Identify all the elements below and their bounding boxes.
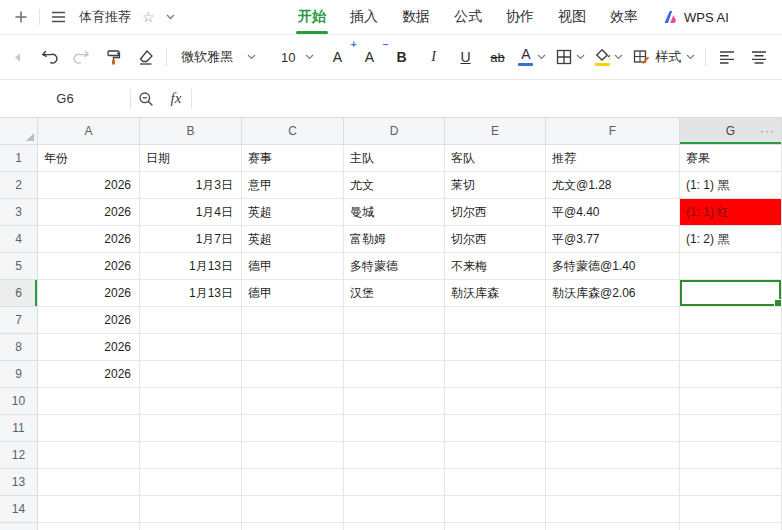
cell-f10[interactable]	[546, 388, 680, 415]
cell-e1[interactable]: 客队	[445, 145, 546, 172]
cell-c6[interactable]: 德甲	[242, 280, 344, 307]
eraser-icon[interactable]	[134, 43, 156, 71]
cell-d14[interactable]	[344, 496, 445, 523]
cell-g15[interactable]	[680, 523, 782, 530]
more-columns-icon[interactable]: ···	[760, 124, 775, 138]
cell-c2[interactable]: 意甲	[242, 172, 344, 199]
column-header-e[interactable]: E	[445, 118, 546, 145]
formula-input[interactable]	[192, 80, 782, 117]
font-size-select[interactable]: 10	[279, 50, 316, 65]
cell-b1[interactable]: 日期	[140, 145, 242, 172]
title-chevron-down-icon[interactable]	[166, 14, 175, 20]
cell-a8[interactable]: 2026	[38, 334, 140, 361]
column-header-g[interactable]: G···	[680, 118, 782, 145]
cell-a14[interactable]	[38, 496, 140, 523]
row-header-12[interactable]: 12	[0, 442, 38, 469]
name-box[interactable]: G6	[0, 91, 130, 106]
row-header-2[interactable]: 2	[0, 172, 38, 199]
align-center-button[interactable]	[748, 43, 770, 71]
cell-d11[interactable]	[344, 415, 445, 442]
cell-e4[interactable]: 切尔西	[445, 226, 546, 253]
cell-e13[interactable]	[445, 469, 546, 496]
cell-a11[interactable]	[38, 415, 140, 442]
cell-e5[interactable]: 不来梅	[445, 253, 546, 280]
cell-d5[interactable]: 多特蒙德	[344, 253, 445, 280]
undo-icon[interactable]	[38, 43, 60, 71]
star-favorite-icon[interactable]: ☆	[142, 10, 155, 24]
column-header-c[interactable]: C	[242, 118, 344, 145]
cell-f3[interactable]: 平@4.40	[546, 199, 680, 226]
cell-e11[interactable]	[445, 415, 546, 442]
cell-d12[interactable]	[344, 442, 445, 469]
cell-a10[interactable]	[38, 388, 140, 415]
cell-c5[interactable]: 德甲	[242, 253, 344, 280]
cell-c10[interactable]	[242, 388, 344, 415]
cell-g14[interactable]	[680, 496, 782, 523]
hamburger-menu-icon[interactable]	[51, 11, 66, 23]
cell-c7[interactable]	[242, 307, 344, 334]
cell-b12[interactable]	[140, 442, 242, 469]
select-all-corner[interactable]	[0, 118, 38, 145]
cell-a7[interactable]: 2026	[38, 307, 140, 334]
font-color-button[interactable]: A	[518, 43, 546, 71]
cell-c8[interactable]	[242, 334, 344, 361]
decrease-font-size-button[interactable]: A −	[358, 43, 380, 71]
cell-b6[interactable]: 1月13日	[140, 280, 242, 307]
cell-a3[interactable]: 2026	[38, 199, 140, 226]
cell-d13[interactable]	[344, 469, 445, 496]
cell-a5[interactable]: 2026	[38, 253, 140, 280]
underline-button[interactable]: U	[454, 43, 476, 71]
redo-icon[interactable]	[70, 43, 92, 71]
cell-f5[interactable]: 多特蒙德@1.40	[546, 253, 680, 280]
row-header-3[interactable]: 3	[0, 199, 38, 226]
cell-g3[interactable]: (1: 1) 红	[680, 199, 782, 226]
cell-b5[interactable]: 1月13日	[140, 253, 242, 280]
cell-f2[interactable]: 尤文@1.28	[546, 172, 680, 199]
cell-f8[interactable]	[546, 334, 680, 361]
cell-d9[interactable]	[344, 361, 445, 388]
tab-home[interactable]: 开始	[296, 0, 328, 34]
tab-view[interactable]: 视图	[556, 0, 588, 34]
row-header-14[interactable]: 14	[0, 496, 38, 523]
column-header-d[interactable]: D	[344, 118, 445, 145]
tab-formulas[interactable]: 公式	[452, 0, 484, 34]
cell-d3[interactable]: 曼城	[344, 199, 445, 226]
cell-c14[interactable]	[242, 496, 344, 523]
cell-g5[interactable]	[680, 253, 782, 280]
cell-c15[interactable]	[242, 523, 344, 530]
cell-d7[interactable]	[344, 307, 445, 334]
cell-b8[interactable]	[140, 334, 242, 361]
cell-f13[interactable]	[546, 469, 680, 496]
row-header-13[interactable]: 13	[0, 469, 38, 496]
cell-a6[interactable]: 2026	[38, 280, 140, 307]
borders-button[interactable]	[556, 43, 585, 71]
cell-d6[interactable]: 汉堡	[344, 280, 445, 307]
row-header-7[interactable]: 7	[0, 307, 38, 334]
collapse-toolbar-icon[interactable]	[6, 43, 28, 71]
cell-a1[interactable]: 年份	[38, 145, 140, 172]
cell-b9[interactable]	[140, 361, 242, 388]
cell-f11[interactable]	[546, 415, 680, 442]
insert-function-icon[interactable]: fx	[161, 86, 191, 112]
tab-insert[interactable]: 插入	[348, 0, 380, 34]
cell-c9[interactable]	[242, 361, 344, 388]
tab-wps-ai[interactable]: WPS AI	[660, 0, 731, 34]
format-painter-icon[interactable]	[102, 43, 124, 71]
cell-f1[interactable]: 推荐	[546, 145, 680, 172]
cell-style-button[interactable]: 样式	[633, 48, 695, 66]
cell-c11[interactable]	[242, 415, 344, 442]
align-left-button[interactable]	[716, 43, 738, 71]
cell-a4[interactable]: 2026	[38, 226, 140, 253]
cell-b11[interactable]	[140, 415, 242, 442]
cell-d1[interactable]: 主队	[344, 145, 445, 172]
cell-f15[interactable]	[546, 523, 680, 530]
cell-f12[interactable]	[546, 442, 680, 469]
cell-d4[interactable]: 富勒姆	[344, 226, 445, 253]
increase-font-size-button[interactable]: A +	[326, 43, 348, 71]
fill-color-button[interactable]	[595, 43, 623, 71]
new-tab-plus-icon[interactable]	[14, 10, 28, 24]
cell-g7[interactable]	[680, 307, 782, 334]
italic-button[interactable]: I	[422, 43, 444, 71]
cell-e12[interactable]	[445, 442, 546, 469]
cell-b4[interactable]: 1月7日	[140, 226, 242, 253]
